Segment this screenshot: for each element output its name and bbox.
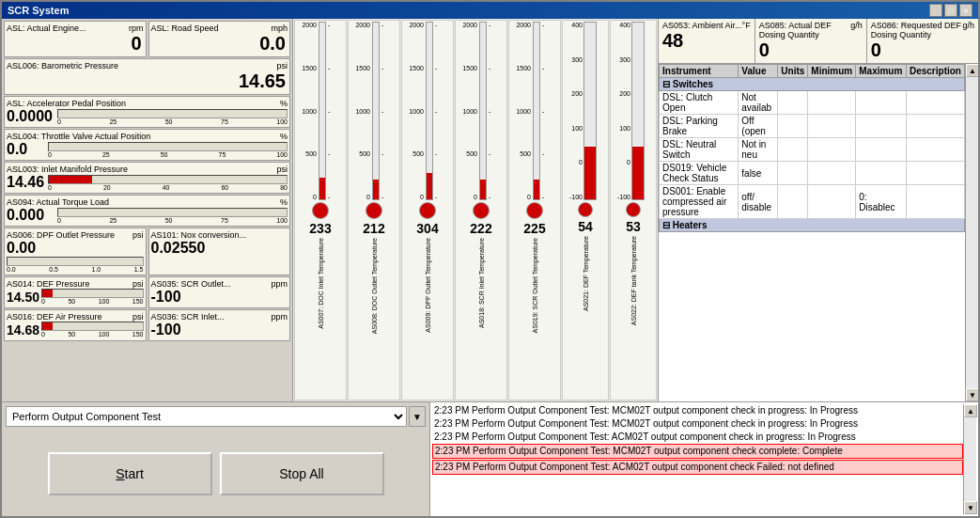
road-speed-block: ASL: Road Speed mph 0.0 (148, 21, 291, 57)
log-area: 2:23 PM Perform Output Component Test: M… (430, 402, 978, 516)
bottom-panel: Perform Output Component Test ▼ Start St… (2, 401, 978, 516)
therm-dpf-outlet: 2000150010005000 ----- 304 AS009: DPF Ou… (401, 20, 454, 400)
road-speed-label: ASL: Road Speed (151, 24, 219, 33)
torque-value: 0.000 (7, 207, 54, 224)
accel-unit: % (280, 99, 288, 108)
ambient-label: AS053: Ambient Air... (662, 21, 742, 30)
therm-scr-inlet-value: 222 (470, 221, 491, 236)
top-sensors-row: ASL: Actual Engine... rpm 0 ASL: Road Sp… (4, 21, 290, 57)
therm-scr-inlet-label: AS018: SCR Inlet Temperature (478, 238, 485, 328)
engine-rpm-value: 0 (7, 33, 144, 55)
table-row: DSL: Neutral Switch Not in neu (660, 138, 965, 162)
row-description (906, 138, 964, 162)
row-description (906, 162, 964, 185)
scr-outlet-label: AS035: SCR Outlet... (151, 279, 231, 289)
row-maximum (856, 162, 907, 185)
table-row: DS001: Enable compressed air pressure of… (660, 185, 965, 219)
close-button[interactable]: × (959, 4, 972, 17)
main-content: ASL: Actual Engine... rpm 0 ASL: Road Sp… (2, 19, 978, 401)
log-line: 2:23 PM Perform Output Component Test: A… (432, 431, 963, 444)
baro-label: ASL006: Barometric Pressure (7, 61, 118, 71)
ambient-unit: °F (742, 21, 751, 30)
log-line: 2:23 PM Perform Output Component Test: M… (432, 404, 963, 417)
scr-inlet-label: AS036: SCR Inlet... (151, 312, 225, 322)
row-minimum (808, 185, 856, 219)
throttle-value: 0.0 (7, 141, 44, 158)
large-therms: 2000150010005000 ----- 233 AS007: DOC In… (294, 20, 561, 400)
log-scrollbar[interactable]: ▲ ▼ (963, 404, 976, 514)
dpf-outlet-unit: psi (132, 230, 144, 240)
therm-doc-outlet: 2000150010005000 ----- 212 AS008: DOC Ou… (348, 20, 400, 400)
log-scroll-down[interactable]: ▼ (964, 501, 977, 514)
row-description (906, 185, 964, 219)
therm-dpf-outlet-value: 304 (416, 221, 438, 236)
row-units (778, 91, 808, 115)
row-maximum (856, 138, 907, 162)
def-scr-row: AS014: DEF Pressure psi 14.50 050100150 (4, 276, 290, 308)
ambient-row: AS053: Ambient Air... °F 48 AS085: Actua… (659, 19, 978, 64)
ambient-block: AS053: Ambient Air... °F 48 (659, 19, 755, 63)
therm-def-tank-value: 53 (626, 219, 641, 234)
minimize-button[interactable]: _ (929, 4, 942, 17)
log-line-highlighted: 2:23 PM Perform Output Component Test: M… (432, 444, 963, 459)
nox-label: AS101: Nox conversion... (151, 230, 288, 240)
log-scroll-up[interactable]: ▲ (964, 404, 977, 417)
scroll-down-button[interactable]: ▼ (966, 388, 978, 401)
def-actual-unit: g/h (850, 21, 863, 39)
table-scrollbar[interactable]: ▲ ▼ (965, 64, 978, 401)
scr-outlet-value: -100 (151, 289, 288, 306)
dropdown-arrow-button[interactable]: ▼ (409, 406, 426, 427)
row-units (778, 115, 808, 138)
throttle-block: ASL004: Throttle Valve Actual Position %… (4, 129, 290, 161)
def-air-value: 14.68 (7, 322, 39, 337)
col-maximum: Maximum (856, 65, 907, 78)
scroll-track (966, 77, 978, 388)
engine-rpm-unit: rpm (129, 24, 144, 33)
heaters-section-header: ⊟ Heaters (660, 219, 965, 232)
row-instrument: DSL: Clutch Open (660, 91, 739, 115)
def-requested-unit: g/h (963, 21, 975, 39)
row-minimum (808, 138, 856, 162)
therm-dpf-outlet-label: AS009: DPF Outlet Temperature (425, 238, 431, 333)
therm-def-temp: 4003002001000-100 54 AS021: DEF Temperat… (562, 20, 609, 400)
def-requested-value: 0 (871, 39, 974, 61)
scroll-up-button[interactable]: ▲ (966, 64, 978, 77)
stop-all-button[interactable]: Stop All (220, 452, 384, 495)
engine-rpm-label: ASL: Actual Engine... (7, 24, 86, 33)
row-description (906, 115, 964, 138)
def-pressure-value: 14.50 (7, 290, 39, 305)
therm-def-tank-label: AS022: DEF tank Temperature (630, 236, 637, 325)
right-panel: AS053: Ambient Air... °F 48 AS085: Actua… (659, 19, 978, 401)
scr-inlet-unit: ppm (271, 312, 288, 322)
def-requested-label: AS086: Requested DEF Dosing Quantity (871, 21, 963, 39)
col-instrument: Instrument (660, 65, 739, 78)
col-description: Description (906, 65, 964, 78)
row-value: off/ disable (739, 185, 778, 219)
def-air-unit: psi (132, 312, 144, 322)
row-instrument: DSL: Neutral Switch (660, 138, 739, 162)
dpf-outlet-block: AS006: DPF Outlet Pressure psi 0.00 0.00… (4, 228, 147, 275)
inlet-mani-label: ASL003: Inlet Manifold Pressure (7, 165, 128, 174)
log-line-highlighted: 2:23 PM Perform Output Component Test: A… (432, 460, 963, 475)
def-air-scr-inlet-row: AS016: DEF Air Pressure psi 14.68 050100… (4, 309, 290, 341)
output-test-dropdown[interactable]: Perform Output Component Test (6, 406, 407, 427)
row-units (778, 138, 808, 162)
therm-doc-outlet-value: 212 (363, 221, 384, 236)
road-speed-unit: mph (271, 24, 288, 33)
ambient-value: 48 (662, 30, 751, 52)
accel-block: ASL: Accelerator Pedal Position % 0.0000… (4, 96, 290, 128)
log-line: 2:23 PM Perform Output Component Test: M… (432, 417, 963, 431)
dpf-outlet-label: AS006: DPF Outlet Pressure (7, 230, 115, 240)
maximize-button[interactable]: □ (944, 4, 957, 17)
table-row: DSL: Clutch Open Not availab (660, 91, 965, 115)
row-minimum (808, 91, 856, 115)
road-speed-value: 0.0 (151, 33, 288, 55)
start-button[interactable]: Start (48, 452, 212, 495)
row-description (906, 91, 964, 115)
row-instrument: DS001: Enable compressed air pressure (660, 185, 739, 219)
row-units (778, 162, 808, 185)
therm-def-temp-value: 54 (578, 219, 593, 234)
instrument-table-container[interactable]: Instrument Value Units Minimum Maximum D… (659, 64, 978, 401)
switches-header-cell: ⊟ Switches (660, 78, 965, 91)
accel-label: ASL: Accelerator Pedal Position (7, 99, 126, 108)
